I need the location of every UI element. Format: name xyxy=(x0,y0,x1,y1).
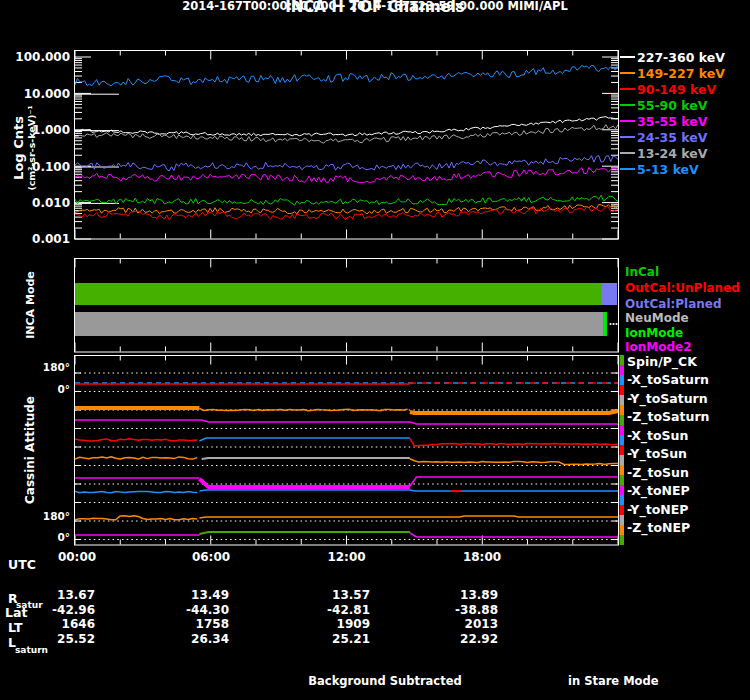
utc-time-06-00: 06:00 xyxy=(181,551,241,564)
mode-panel-frame xyxy=(75,259,619,353)
table-rowlabel-lt: LT xyxy=(8,621,22,634)
attitude-edge-color-orange xyxy=(620,465,625,475)
attitude-legend-y-tosun: -Y_toSun xyxy=(627,447,687,460)
utc-time-12-00: 12:00 xyxy=(317,551,377,564)
attitude-panel-label: Cassini Attitude xyxy=(23,396,37,504)
tof-legend-24-35-kev: 24-35 keV xyxy=(637,131,707,144)
tof-y-axis-label-units-name: Log Cnts xyxy=(11,105,26,190)
attitude-track-y-tosun-c xyxy=(410,477,618,486)
mode-legend-ionmode2: IonMode2 xyxy=(625,341,692,354)
tof-legend-90-149-kev: 90-149 keV xyxy=(637,83,716,96)
attitude-edge-color-blue xyxy=(620,435,625,445)
table-value-r1-c2: -42.81 xyxy=(290,604,370,617)
attitude-edge-color-gray xyxy=(620,515,625,525)
attitude-track-y-tosaturn xyxy=(75,420,618,424)
mode-bar-dots xyxy=(609,323,611,325)
table-value-r2-c0: 1646 xyxy=(15,618,95,631)
footer-background-subtracted: Background Subtracted xyxy=(275,675,495,687)
attitude-track-x-tosun-a xyxy=(75,457,197,459)
utc-axis-label: UTC xyxy=(8,558,36,571)
series-13-24-kev xyxy=(75,125,618,144)
attitude-edge-color-blue xyxy=(620,375,625,385)
attitude-edge-color-att_green xyxy=(620,475,625,485)
attitude-edge-color-orange xyxy=(620,405,625,415)
attitude-legend-y-tonep: -Y_toNEP xyxy=(627,503,688,516)
table-value-r0-c2: 13.57 xyxy=(290,589,370,602)
table-rowlabel-l-sub: saturn xyxy=(15,646,48,655)
attitude-track-y-tonep-bc xyxy=(199,516,618,518)
tof-ytick-label-10-000: 10.000 xyxy=(10,88,70,101)
table-value-r3-c1: 26.34 xyxy=(149,633,229,646)
attitude-track-z-tosun-a xyxy=(75,491,197,493)
plot-page: INCA H TOF Channels 2014-167T00:00:00.00… xyxy=(0,0,750,700)
attitude-track-z-tosaturn-c xyxy=(410,439,618,447)
mode-legend-ionmode: IonMode xyxy=(625,327,683,340)
attitude-track-z-tosaturn-b xyxy=(199,438,410,441)
attitude-legend-x-tosaturn: -X_toSaturn xyxy=(627,373,709,386)
mode-bar-incal xyxy=(75,283,601,305)
attitude-legend-z-tosaturn: -Z_toSaturn xyxy=(627,410,709,423)
table-value-r3-c3: 22.92 xyxy=(418,633,498,646)
mode-bar-ionmode xyxy=(603,312,607,336)
attitude-track-z-tonep-b xyxy=(199,532,410,534)
attitude-ytick-label-0: 180° xyxy=(30,362,70,373)
attitude-legend-spin-p-ck: Spin/P_CK xyxy=(627,355,697,368)
tof-curves xyxy=(75,64,618,220)
attitude-edge-color-magenta xyxy=(620,365,625,375)
attitude-track-z-tosun-bc xyxy=(199,490,618,491)
attitude-curves xyxy=(75,383,618,537)
table-value-r1-c3: -38.88 xyxy=(418,604,498,617)
attitude-edge-color-red xyxy=(620,445,625,455)
utc-time-00-00: 00:00 xyxy=(47,551,107,564)
attitude-ytick-label-3: 0° xyxy=(30,532,70,543)
series-55-90-kev xyxy=(75,195,618,205)
attitude-edge-color-magenta xyxy=(620,485,625,495)
tof-legend-13-24-kev: 13-24 keV xyxy=(637,147,707,160)
attitude-ytick-label-1: 0° xyxy=(30,384,70,395)
attitude-legend-z-tosun: -Z_toSun xyxy=(627,466,689,479)
attitude-edge-color-att_green xyxy=(620,535,625,545)
table-value-r0-c3: 13.89 xyxy=(418,589,498,602)
series-35-55-kev xyxy=(75,167,618,182)
attitude-edge-color-att_green xyxy=(620,355,625,365)
attitude-edge-color-red xyxy=(620,385,625,395)
tof-ytick-label-100-000: 100.000 xyxy=(10,51,70,64)
table-value-r1-c1: -44.30 xyxy=(149,604,229,617)
table-value-r0-c1: 13.49 xyxy=(149,589,229,602)
attitude-track-x-tosun-c xyxy=(410,459,618,465)
tof-ytick-label-1-000: 1.000 xyxy=(10,124,70,137)
table-value-r3-c2: 25.21 xyxy=(290,633,370,646)
mode-legend-neumode: NeuMode xyxy=(625,312,689,325)
mode-bar-dots xyxy=(612,323,614,325)
attitude-edge-color-red xyxy=(620,505,625,515)
attitude-legend-x-tonep: -X_toNEP xyxy=(627,484,690,497)
attitude-edge-color-gray xyxy=(620,395,625,405)
series-24-35-kev xyxy=(75,156,618,172)
table-rowlabel-lat: Lat xyxy=(5,606,27,619)
attitude-track-z-tosaturn-a xyxy=(75,439,197,441)
mode-bar-dots xyxy=(615,323,617,325)
attitude-edge-color-blue xyxy=(620,495,625,505)
tof-ytick-label-0-001: 0.001 xyxy=(10,233,70,246)
attitude-edge-color-gray xyxy=(620,455,625,465)
tof-legend-149-227-kev: 149-227 keV xyxy=(637,67,725,80)
attitude-legend-z-tonep: -Z_toNEP xyxy=(627,521,690,534)
tof-legend-55-90-kev: 55-90 keV xyxy=(637,99,707,112)
mode-bar-neumode xyxy=(75,312,603,336)
attitude-edge-color-orange xyxy=(620,525,625,535)
attitude-track-z-tonep-c xyxy=(410,533,618,537)
table-value-r2-c3: 2013 xyxy=(418,618,498,631)
attitude-legend-x-tosun: -X_toSun xyxy=(627,429,688,442)
tof-legend-227-360-kev: 227-360 keV xyxy=(637,51,725,64)
table-value-r3-c0: 25.52 xyxy=(15,633,95,646)
tof-legend-5-13-kev: 5-13 keV xyxy=(637,163,699,176)
tof-ytick-label-0-100: 0.100 xyxy=(10,161,70,174)
tof-y-axis-label: Log Cnts (cm²-sr-s-keV)⁻¹ xyxy=(11,105,37,190)
mode-bar-outcal-planed xyxy=(601,283,617,305)
series-5-13-kev xyxy=(75,64,618,86)
table-value-r2-c2: 1909 xyxy=(290,618,370,631)
attitude-track-y-tonep-a xyxy=(75,516,197,520)
attitude-legend-y-tosaturn: -Y_toSaturn xyxy=(627,392,708,405)
tof-y-axis-label-units: (cm²-sr-s-keV)⁻¹ xyxy=(26,105,37,190)
attitude-track-y-tosun-b xyxy=(199,479,410,487)
